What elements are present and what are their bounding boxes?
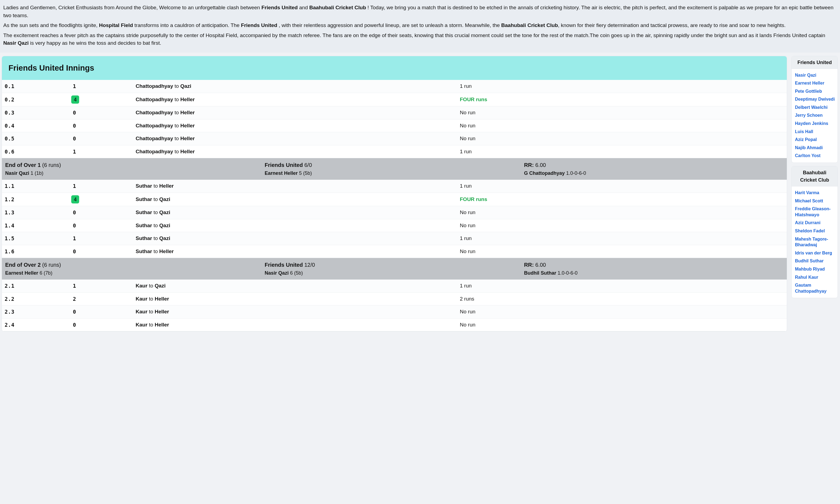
- batter-name: Qazi: [155, 283, 165, 289]
- ball-row: 1.11Suthar to Heller1 run: [2, 180, 787, 193]
- ball-row: 0.30Chattopadhyay to HellerNo run: [2, 106, 787, 120]
- bowler-stats: 1.0-0-6-0: [566, 170, 586, 176]
- ball-number: 2.1: [5, 282, 73, 290]
- ball-row: 2.30Kaur to HellerNo run: [2, 305, 787, 319]
- ball-runs: 0: [73, 308, 136, 316]
- player-link[interactable]: Sheldon Fadel: [795, 227, 835, 235]
- bowler-name: Suthar: [136, 196, 152, 202]
- outcome: No run: [460, 209, 784, 217]
- bowler-name: Chattopadhyay: [136, 149, 173, 155]
- player-link[interactable]: Idris van der Berg: [795, 249, 835, 257]
- batter-name: Heller: [159, 183, 174, 189]
- ball-number: 1.4: [5, 222, 73, 230]
- ball-row: 0.11Chattopadhyay to Qazi1 run: [2, 80, 787, 93]
- text: Ladies and Gentlemen, Cricket Enthusiast…: [3, 5, 261, 11]
- outcome: FOUR runs: [460, 196, 784, 203]
- ball-runs: 1: [73, 282, 136, 290]
- team-name: Friends United: [265, 162, 304, 168]
- run-rate-label: RR:: [524, 262, 535, 268]
- outcome: 1 run: [460, 235, 784, 242]
- bowler-name: Suthar: [136, 222, 152, 228]
- team-box-b: Baahubali Cricket Club Harit VarmaMichae…: [791, 166, 838, 298]
- delivery: Suthar to Qazi: [136, 235, 460, 242]
- delivery: Suthar to Qazi: [136, 209, 460, 217]
- player-link[interactable]: Gautam Chattopadhyay: [795, 281, 835, 295]
- to-text: to: [173, 83, 180, 89]
- over-summary-1: End of Over 1 (6 runs) Nasir Qazi 1 (1b)…: [2, 158, 787, 180]
- ball-number: 0.2: [5, 96, 73, 104]
- batter-name: Qazi: [159, 235, 170, 241]
- ball-row: 2.11Kaur to Qazi1 run: [2, 280, 787, 293]
- delivery: Suthar to Heller: [136, 182, 460, 190]
- ball-number: 0.4: [5, 122, 73, 130]
- bowler-name: Kaur: [136, 283, 147, 289]
- delivery: Chattopadhyay to Heller: [136, 109, 460, 117]
- ball-number: 1.3: [5, 209, 73, 217]
- player-link[interactable]: Michael Scott: [795, 197, 835, 205]
- batter-name: Heller: [180, 123, 195, 128]
- team-name: Baahubali Cricket Club: [309, 5, 366, 11]
- player-link[interactable]: Jerry Schoen: [795, 111, 835, 120]
- ball-runs: 0: [73, 109, 136, 117]
- ball-runs: 0: [73, 321, 136, 329]
- player-link[interactable]: Budhil Suthar: [795, 257, 835, 265]
- outcome: No run: [460, 308, 784, 316]
- ball-row: 1.60Suthar to HellerNo run: [2, 245, 787, 258]
- ball-row: 0.61Chattopadhyay to Heller1 run: [2, 145, 787, 159]
- player-link[interactable]: Deeptimay Dwivedi: [795, 95, 835, 103]
- batter-name: Qazi: [159, 210, 170, 215]
- player-link[interactable]: Earnest Heller: [795, 79, 835, 87]
- player-link[interactable]: Luis Hall: [795, 128, 835, 136]
- player-link[interactable]: Nasir Qazi: [795, 71, 835, 79]
- batter-name: Qazi: [180, 83, 191, 89]
- team-header: Friends United: [792, 56, 838, 69]
- ball-runs: 0: [73, 248, 136, 255]
- player-link[interactable]: Harit Varma: [795, 189, 835, 197]
- delivery: Chattopadhyay to Heller: [136, 122, 460, 130]
- team-name: Baahubali Cricket Club: [501, 22, 558, 28]
- batter-name: Qazi: [159, 222, 170, 228]
- commentary-panel: Friends United Innings 0.11Chattopadhyay…: [2, 56, 787, 332]
- to-text: to: [147, 309, 155, 314]
- to-text: to: [152, 183, 159, 189]
- team-name: Friends United: [265, 262, 304, 268]
- player-link[interactable]: Aziz Popal: [795, 136, 835, 144]
- player-link[interactable]: Mahbub Riyad: [795, 265, 835, 273]
- player-link[interactable]: Delbert Waelchi: [795, 103, 835, 111]
- ball-number: 1.6: [5, 248, 73, 255]
- ball-runs: 0: [73, 135, 136, 143]
- team-name: Friends United: [241, 22, 277, 28]
- text: The excitement reaches a fever pitch as …: [3, 33, 825, 38]
- ball-row: 1.30Suthar to QaziNo run: [2, 206, 787, 219]
- text: , known for their fiery determination an…: [558, 22, 786, 28]
- ball-number: 0.1: [5, 83, 73, 90]
- player-link[interactable]: Carlton Yost: [795, 151, 835, 160]
- text: transforms into a cauldron of anticipati…: [133, 22, 241, 28]
- batter-name: Nasir Qazi: [265, 270, 290, 276]
- batter-name: Heller: [180, 136, 195, 141]
- player-link[interactable]: Freddie Gleason-Hlatshwayo: [795, 205, 835, 219]
- intro-paragraph-2: As the sun sets and the floodlights igni…: [3, 21, 837, 30]
- player-link[interactable]: Hayden Jenkins: [795, 120, 835, 128]
- ball-row: 1.40Suthar to QaziNo run: [2, 219, 787, 232]
- outcome: 1 run: [460, 282, 784, 290]
- batter-name: Earnest Heller: [265, 170, 299, 176]
- player-link[interactable]: Rahul Kaur: [795, 273, 835, 282]
- team-box-a: Friends United Nasir QaziEarnest HellerP…: [791, 56, 838, 163]
- team-score: 12/0: [304, 262, 315, 268]
- to-text: to: [152, 210, 159, 215]
- delivery: Kaur to Heller: [136, 321, 460, 329]
- team-header: Baahubali Cricket Club: [792, 166, 838, 186]
- player-link[interactable]: Pete Gottlieb: [795, 87, 835, 95]
- batter-name: Earnest Heller: [5, 270, 39, 276]
- to-text: to: [173, 136, 180, 141]
- player-link[interactable]: Najib Ahmadi: [795, 144, 835, 152]
- to-text: to: [152, 222, 159, 228]
- player-link[interactable]: Mahesh Tagore-Bharadwaj: [795, 235, 835, 249]
- delivery: Chattopadhyay to Heller: [136, 135, 460, 143]
- intro-paragraph-1: Ladies and Gentlemen, Cricket Enthusiast…: [3, 4, 837, 19]
- text: is very happy as he wins the toss and de…: [29, 40, 161, 46]
- player-link[interactable]: Aziz Durrani: [795, 219, 835, 227]
- venue-name: Hospital Field: [99, 22, 133, 28]
- captain-name: Nasir Qazi: [3, 40, 29, 46]
